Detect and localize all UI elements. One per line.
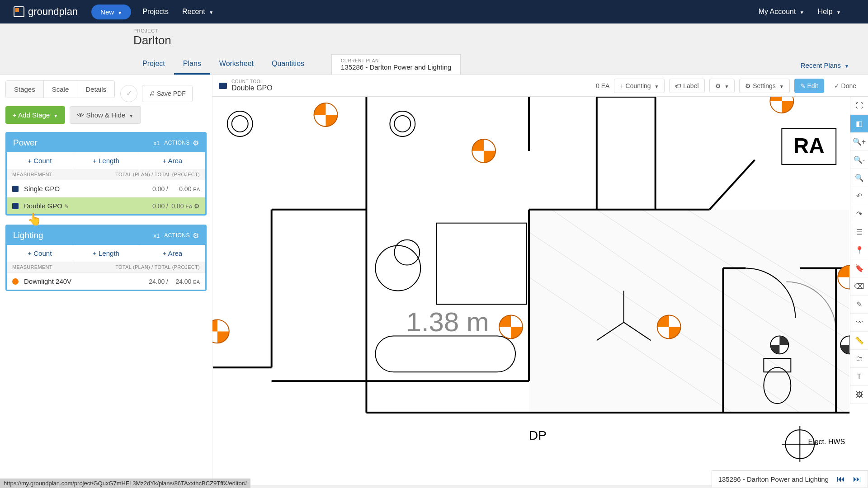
add-count-button[interactable]: + Count <box>7 245 73 262</box>
measurement-plan-value: 0.00 / <box>137 202 168 210</box>
ruler-icon[interactable]: 📏 <box>850 332 868 350</box>
label-button[interactable]: 🏷 Label <box>669 79 704 93</box>
counting-dropdown[interactable]: + Counting ▼ <box>614 79 665 93</box>
stage-card: Lighting x1 ACTIONS ⚙ + Count + Length +… <box>5 225 207 291</box>
stage-header[interactable]: Lighting x1 ACTIONS ⚙ <box>7 226 205 245</box>
nav-help[interactable]: Help ▼ <box>818 8 841 16</box>
dimension-label: 1.38 m <box>406 307 489 337</box>
edit-button[interactable]: ✎ Edit <box>794 79 824 93</box>
canvas-toolbar: COUNT TOOL Double GPO 0 EA + Counting ▼ … <box>212 75 868 97</box>
measurement-row[interactable]: Single GPO 0.00 / 0.00 EA <box>7 180 205 197</box>
redo-icon[interactable]: ↷ <box>850 205 868 223</box>
next-plan-icon[interactable]: ⏭ <box>853 474 861 484</box>
zoom-fit-icon[interactable]: 🔍 <box>850 169 868 187</box>
side-tab-stages[interactable]: Stages <box>6 81 44 98</box>
main-tabs: Project Plans Worksheet Quantities <box>133 54 313 75</box>
count-tool-label: COUNT TOOL <box>231 79 273 84</box>
measurement-plan-value: 24.00 / <box>137 278 168 285</box>
logo-icon <box>14 6 24 17</box>
elect-label: Elect. HWS <box>808 438 845 446</box>
status-url: https://my.groundplan.com/project/GQuxG7… <box>0 479 250 488</box>
count-tool-name: Double GPO <box>231 84 273 92</box>
gear-icon[interactable]: ⚙ <box>193 231 199 240</box>
fullscreen-icon[interactable]: ⛶ <box>850 97 868 115</box>
downlight-marker[interactable] <box>314 103 338 127</box>
stage-title: Lighting <box>13 230 153 240</box>
side-tab-details[interactable]: Details <box>77 81 114 98</box>
add-length-button[interactable]: + Length <box>73 245 140 262</box>
project-label: PROJECT <box>133 28 854 33</box>
current-plan-box[interactable]: CURRENT PLAN 135286 - Darlton Power and … <box>331 54 461 75</box>
stage-multiplier: x1 <box>153 232 160 239</box>
downlight-marker[interactable] <box>770 97 793 113</box>
list-icon[interactable]: ☰ <box>850 223 868 241</box>
side-tab-scale[interactable]: Scale <box>44 81 78 98</box>
show-hide-button[interactable]: 👁 Show & Hide ▼ <box>70 106 141 124</box>
current-plan-label: CURRENT PLAN <box>341 58 451 63</box>
add-stage-button[interactable]: + Add Stage ▼ <box>5 106 65 124</box>
target-symbol <box>770 336 788 354</box>
nav-projects[interactable]: Projects <box>142 8 169 16</box>
add-area-button[interactable]: + Area <box>139 245 205 262</box>
downlight-marker[interactable] <box>499 315 523 338</box>
tab-plans[interactable]: Plans <box>174 54 210 75</box>
downlight-marker[interactable] <box>472 139 495 163</box>
status-circle-icon[interactable]: ✓ <box>120 85 137 102</box>
status-plan-name: 135286 - Darlton Power and Lighting <box>718 475 829 483</box>
add-length-button[interactable]: + Length <box>73 152 140 169</box>
eraser-icon[interactable]: ⌫ <box>850 277 868 296</box>
measurement-icon <box>12 203 19 209</box>
side-tabs: Stages Scale Details <box>5 80 115 98</box>
pin-icon[interactable]: 📍 <box>850 241 868 259</box>
layers-icon[interactable]: 🗂 <box>850 350 868 368</box>
recent-plans-dropdown[interactable]: Recent Plans ▼ <box>795 56 854 75</box>
svg-point-29 <box>394 116 410 132</box>
pencil-icon: ✎ <box>64 203 69 210</box>
downlight-marker[interactable] <box>657 315 681 338</box>
current-plan-name: 135286 - Darlton Power and Lighting <box>341 63 451 71</box>
save-pdf-button[interactable]: 🖨 Save PDF <box>142 85 193 102</box>
tab-worksheet[interactable]: Worksheet <box>210 54 263 75</box>
project-name: Darlton <box>133 33 854 47</box>
stage-card: Power x1 ACTIONS ⚙ + Count + Length + Ar… <box>5 132 207 216</box>
measurement-project-value: 0.00 EA <box>168 185 200 192</box>
stage-actions: ACTIONS <box>164 232 190 239</box>
measurement-project-value: 24.00 EA <box>168 278 200 285</box>
downlight-marker[interactable] <box>212 319 229 343</box>
gear-button[interactable]: ⚙ ▼ <box>709 79 735 93</box>
floorplan-canvas[interactable]: RA Elect. HWS DP 1.38 m <box>212 97 850 485</box>
curve-icon[interactable]: 〰 <box>850 314 868 332</box>
subheader: PROJECT Darlton Project Plans Worksheet … <box>0 23 868 75</box>
undo-icon[interactable]: ↶ <box>850 187 868 205</box>
logo[interactable]: groundplan <box>14 6 78 18</box>
measurement-row[interactable]: Double GPO✎ 0.00 / 0.00 EA ⚙ <box>7 197 205 214</box>
panel-icon[interactable]: ◧ <box>850 115 868 133</box>
zoom-in-icon[interactable]: 🔍+ <box>850 133 868 151</box>
ea-count: 0 EA <box>596 82 609 89</box>
zoom-out-icon[interactable]: 🔍- <box>850 151 868 169</box>
nav-account[interactable]: My Account ▼ <box>759 8 804 16</box>
add-count-button[interactable]: + Count <box>7 152 73 169</box>
stage-header[interactable]: Power x1 ACTIONS ⚙ <box>7 133 205 152</box>
image-icon[interactable]: 🖼 <box>850 386 868 404</box>
new-button[interactable]: New ▼ <box>91 5 131 19</box>
add-area-button[interactable]: + Area <box>139 152 205 169</box>
svg-line-15 <box>710 160 755 210</box>
text-icon[interactable]: T <box>850 368 868 386</box>
stage-actions: ACTIONS <box>164 140 190 146</box>
brand-text: groundplan <box>28 6 78 18</box>
svg-point-31 <box>375 246 420 291</box>
gear-icon[interactable]: ⚙ <box>193 139 199 147</box>
cursor-icon: 👆 <box>27 212 42 226</box>
tab-project[interactable]: Project <box>133 54 174 75</box>
prev-plan-icon[interactable]: ⏮ <box>837 474 845 484</box>
settings-dropdown[interactable]: ⚙ Settings ▼ <box>739 79 789 93</box>
measurement-project-value: 0.00 EA ⚙ <box>168 202 200 210</box>
nav-recent[interactable]: Recent ▼ <box>182 8 213 16</box>
measurement-name: Single GPO <box>24 185 137 192</box>
tag-icon[interactable]: 🔖 <box>850 259 868 277</box>
done-button[interactable]: ✓ Done <box>829 79 862 93</box>
tab-quantities[interactable]: Quantities <box>263 54 313 75</box>
pencil-icon[interactable]: ✎ <box>850 296 868 314</box>
measurement-row[interactable]: Downlight 240V 24.00 / 24.00 EA <box>7 272 205 290</box>
